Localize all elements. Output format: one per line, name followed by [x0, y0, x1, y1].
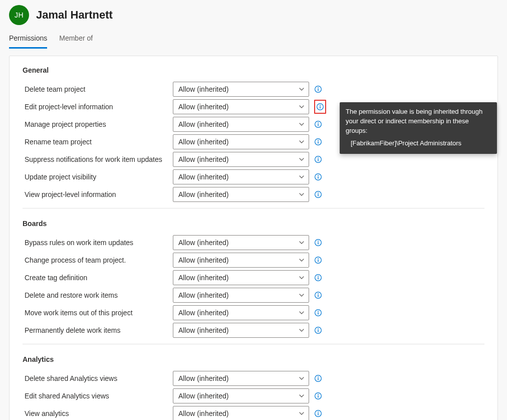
permission-value: Allow (inherited) — [178, 85, 228, 93]
permission-select[interactable]: Allow (inherited) — [173, 305, 309, 320]
tab-member-of[interactable]: Member of — [59, 34, 93, 49]
permission-label: Create tag definition — [23, 274, 173, 282]
tabs: PermissionsMember of — [0, 25, 507, 49]
permission-select[interactable]: Allow (inherited) — [173, 371, 309, 386]
permission-value: Allow (inherited) — [178, 138, 228, 146]
permission-label: Permanently delete work items — [23, 326, 173, 334]
permission-row: Bypass rules on work item updatesAllow (… — [23, 234, 484, 251]
chevron-down-icon — [299, 310, 305, 316]
svg-point-34 — [318, 311, 319, 312]
svg-rect-35 — [318, 312, 318, 314]
permission-list: Bypass rules on work item updatesAllow (… — [23, 234, 484, 339]
info-icon[interactable] — [314, 239, 322, 247]
info-icon[interactable] — [314, 138, 322, 146]
permission-value: Allow (inherited) — [178, 120, 228, 128]
permission-select[interactable]: Allow (inherited) — [173, 323, 309, 338]
permission-row: Delete team projectAllow (inherited) — [23, 80, 484, 98]
info-icon[interactable] — [314, 173, 322, 181]
permission-value: Allow (inherited) — [178, 190, 228, 198]
info-icon[interactable] — [314, 309, 322, 317]
info-icon[interactable] — [314, 326, 322, 334]
svg-rect-32 — [318, 294, 318, 297]
chevron-down-icon — [299, 393, 305, 399]
info-icon[interactable] — [314, 120, 322, 128]
chevron-down-icon — [299, 156, 305, 162]
info-icon[interactable] — [314, 190, 322, 198]
svg-point-31 — [318, 293, 319, 294]
svg-point-46 — [318, 411, 319, 412]
chevron-down-icon — [299, 275, 305, 281]
permission-value: Allow (inherited) — [178, 103, 228, 111]
permission-select[interactable]: Allow (inherited) — [173, 82, 309, 97]
permission-select[interactable]: Allow (inherited) — [173, 253, 309, 268]
chevron-down-icon — [299, 240, 305, 246]
svg-rect-44 — [318, 395, 318, 397]
info-icon[interactable] — [314, 256, 322, 264]
permission-select[interactable]: Allow (inherited) — [173, 134, 309, 149]
permission-select[interactable]: Allow (inherited) — [173, 235, 309, 250]
permission-select[interactable]: Allow (inherited) — [173, 270, 309, 285]
info-icon[interactable] — [314, 291, 322, 299]
user-name: Jamal Hartnett — [36, 9, 113, 22]
svg-rect-47 — [318, 412, 318, 415]
info-icon[interactable] — [314, 85, 322, 93]
svg-point-43 — [318, 394, 319, 395]
tooltip-group: [FabrikamFiber]\Project Administrators — [346, 139, 491, 148]
permission-value: Allow (inherited) — [178, 256, 228, 264]
svg-point-37 — [318, 328, 319, 329]
permission-select[interactable]: Allow (inherited) — [173, 99, 309, 114]
chevron-down-icon — [299, 104, 305, 110]
info-icon[interactable] — [314, 409, 322, 417]
permission-value: Allow (inherited) — [178, 374, 228, 382]
permission-value: Allow (inherited) — [178, 309, 228, 317]
permission-label: Change process of team project. — [23, 256, 173, 264]
info-icon[interactable] — [314, 274, 322, 282]
section-title: Boards — [23, 220, 484, 228]
chevron-down-icon — [299, 292, 305, 298]
svg-rect-20 — [318, 193, 318, 196]
chevron-down-icon — [299, 327, 305, 333]
user-header: JH Jamal Hartnett — [0, 0, 507, 25]
svg-point-25 — [318, 258, 319, 259]
permission-label: View project-level information — [23, 190, 173, 198]
permission-label: Delete shared Analytics views — [23, 374, 173, 382]
permission-row: View analyticsAllow (inherited) — [23, 404, 484, 420]
svg-rect-8 — [318, 123, 318, 126]
chevron-down-icon — [299, 121, 305, 127]
permission-label: Suppress notifications for work item upd… — [23, 155, 173, 163]
permission-label: Edit project-level information — [23, 103, 173, 111]
svg-rect-11 — [318, 141, 318, 143]
chevron-down-icon — [299, 375, 305, 381]
permission-select[interactable]: Allow (inherited) — [173, 388, 309, 403]
chevron-down-icon — [299, 410, 305, 416]
section-boards: BoardsBypass rules on work item updatesA… — [23, 220, 484, 344]
permission-label: Update project visibility — [23, 173, 173, 181]
info-icon[interactable] — [314, 155, 322, 163]
info-icon[interactable] — [314, 392, 322, 400]
info-icon[interactable] — [314, 374, 322, 382]
permission-label: Delete team project — [23, 85, 173, 93]
permission-select[interactable]: Allow (inherited) — [173, 169, 309, 184]
permission-select[interactable]: Allow (inherited) — [173, 187, 309, 202]
info-tooltip: The permission value is being inherited … — [340, 102, 497, 154]
permission-label: Move work items out of this project — [23, 309, 173, 317]
chevron-down-icon — [299, 191, 305, 197]
permission-select[interactable]: Allow (inherited) — [173, 406, 309, 421]
permission-select[interactable]: Allow (inherited) — [173, 288, 309, 303]
section-title: Analytics — [23, 355, 484, 363]
tab-permissions[interactable]: Permissions — [9, 34, 47, 49]
tooltip-text: The permission value is being inherited … — [346, 107, 491, 136]
svg-point-13 — [318, 157, 319, 158]
svg-point-40 — [318, 376, 319, 377]
svg-rect-5 — [320, 106, 320, 108]
permission-select[interactable]: Allow (inherited) — [173, 152, 309, 167]
chevron-down-icon — [299, 86, 305, 92]
permission-label: Manage project properties — [23, 120, 173, 128]
permission-select[interactable]: Allow (inherited) — [173, 117, 309, 132]
permission-row: Delete and restore work itemsAllow (inhe… — [23, 286, 484, 304]
divider — [23, 344, 484, 344]
info-icon[interactable] — [314, 100, 326, 114]
permission-row: Change process of team project.Allow (in… — [23, 251, 484, 269]
section-analytics: AnalyticsDelete shared Analytics viewsAl… — [23, 355, 484, 420]
permission-row: Delete shared Analytics viewsAllow (inhe… — [23, 369, 484, 387]
